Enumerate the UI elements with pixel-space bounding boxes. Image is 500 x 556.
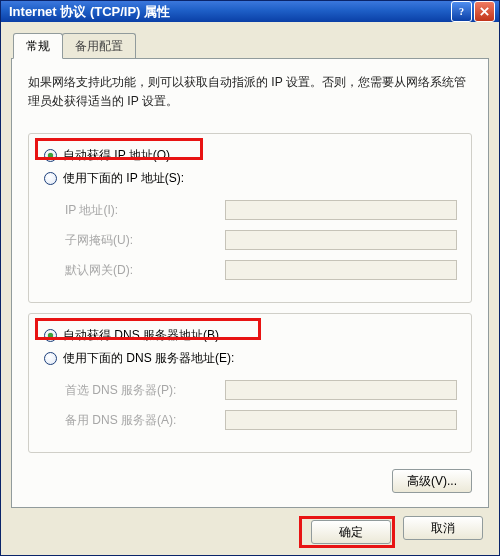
description-text: 如果网络支持此功能，则可以获取自动指派的 IP 设置。否则，您需要从网络系统管理…	[28, 73, 472, 111]
field-ip-address: IP 地址(I):	[65, 200, 457, 220]
radio-ip-auto[interactable]: 自动获得 IP 地址(O)	[43, 144, 457, 167]
close-icon	[479, 6, 490, 17]
radio-dns-manual-label: 使用下面的 DNS 服务器地址(E):	[63, 350, 234, 367]
radio-dns-manual[interactable]: 使用下面的 DNS 服务器地址(E):	[43, 347, 457, 370]
dns-preferred-label: 首选 DNS 服务器(P):	[65, 382, 225, 399]
field-dns-preferred: 首选 DNS 服务器(P):	[65, 380, 457, 400]
subnet-mask-input	[225, 230, 457, 250]
ip-fields: IP 地址(I): 子网掩码(U): 默认网关(D):	[65, 200, 457, 280]
tabstrip: 常规 备用配置	[13, 32, 489, 58]
dns-group: 自动获得 DNS 服务器地址(B) 使用下面的 DNS 服务器地址(E): 首选…	[28, 313, 472, 453]
dns-alternate-label: 备用 DNS 服务器(A):	[65, 412, 225, 429]
tab-panel: 如果网络支持此功能，则可以获取自动指派的 IP 设置。否则，您需要从网络系统管理…	[11, 58, 489, 508]
window-title: Internet 协议 (TCP/IP) 属性	[9, 3, 449, 21]
advanced-row: 高级(V)...	[28, 469, 472, 493]
radio-icon	[44, 149, 57, 162]
radio-dns-auto-label: 自动获得 DNS 服务器地址(B)	[63, 327, 219, 344]
advanced-button-label: 高级(V)...	[407, 473, 457, 490]
radio-icon	[44, 352, 57, 365]
highlight-ok: 确定	[299, 516, 395, 548]
ip-group: 自动获得 IP 地址(O) 使用下面的 IP 地址(S): IP 地址(I): …	[28, 133, 472, 303]
subnet-mask-label: 子网掩码(U):	[65, 232, 225, 249]
tab-general[interactable]: 常规	[13, 33, 63, 59]
ip-address-input	[225, 200, 457, 220]
radio-ip-manual[interactable]: 使用下面的 IP 地址(S):	[43, 167, 457, 190]
radio-dns-auto[interactable]: 自动获得 DNS 服务器地址(B)	[43, 324, 457, 347]
client-area: 常规 备用配置 如果网络支持此功能，则可以获取自动指派的 IP 设置。否则，您需…	[1, 22, 499, 556]
dialog-window: Internet 协议 (TCP/IP) 属性 ? 常规 备用配置 如果网络支持…	[0, 0, 500, 556]
dialog-footer: 确定 取消	[11, 508, 489, 548]
radio-icon	[44, 172, 57, 185]
field-dns-alternate: 备用 DNS 服务器(A):	[65, 410, 457, 430]
dns-fields: 首选 DNS 服务器(P): 备用 DNS 服务器(A):	[65, 380, 457, 430]
ip-address-label: IP 地址(I):	[65, 202, 225, 219]
ok-button[interactable]: 确定	[311, 520, 391, 544]
tab-alternate-label: 备用配置	[75, 39, 123, 53]
question-icon: ?	[456, 6, 467, 17]
advanced-button[interactable]: 高级(V)...	[392, 469, 472, 493]
cancel-button-label: 取消	[431, 520, 455, 537]
dns-alternate-input	[225, 410, 457, 430]
gateway-label: 默认网关(D):	[65, 262, 225, 279]
close-button[interactable]	[474, 1, 495, 22]
field-subnet-mask: 子网掩码(U):	[65, 230, 457, 250]
help-button[interactable]: ?	[451, 1, 472, 22]
radio-icon	[44, 329, 57, 342]
svg-text:?: ?	[459, 6, 464, 17]
titlebar: Internet 协议 (TCP/IP) 属性 ?	[1, 1, 499, 22]
tab-general-label: 常规	[26, 39, 50, 53]
cancel-button[interactable]: 取消	[403, 516, 483, 540]
ok-button-label: 确定	[339, 524, 363, 541]
radio-ip-manual-label: 使用下面的 IP 地址(S):	[63, 170, 184, 187]
field-gateway: 默认网关(D):	[65, 260, 457, 280]
dns-preferred-input	[225, 380, 457, 400]
gateway-input	[225, 260, 457, 280]
tab-alternate[interactable]: 备用配置	[62, 33, 136, 59]
radio-ip-auto-label: 自动获得 IP 地址(O)	[63, 147, 170, 164]
